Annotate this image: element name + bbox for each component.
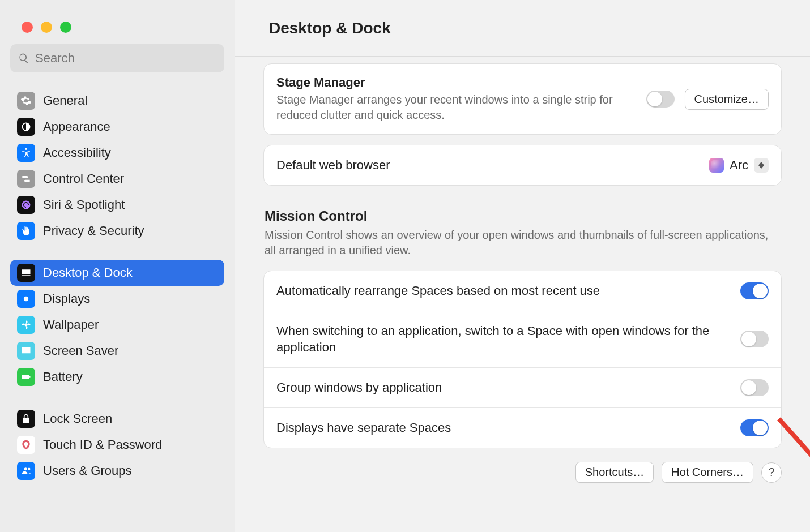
titlebar: Desktop & Dock	[235, 0, 810, 57]
sidebar-item-label: Control Center	[43, 171, 124, 186]
battery-icon	[17, 368, 35, 386]
search-input[interactable]	[35, 51, 216, 66]
bottom-buttons: Shortcuts… Hot Corners… ?	[263, 462, 782, 483]
setting-label: Group windows by application	[276, 379, 730, 396]
siri-icon	[17, 196, 35, 214]
arc-app-icon	[709, 158, 724, 173]
screensaver-icon	[17, 342, 35, 360]
sidebar-item-appearance[interactable]: Appearance	[10, 114, 224, 140]
mission-control-desc: Mission Control shows an overview of you…	[265, 228, 781, 258]
sidebar-item-label: Siri & Spotlight	[43, 198, 125, 212]
gear-icon	[17, 92, 35, 110]
zoom-window-button[interactable]	[60, 22, 71, 33]
sidebar-item-label: Users & Groups	[43, 464, 132, 478]
divider	[0, 83, 235, 83]
sidebar-item-battery[interactable]: Battery	[10, 364, 224, 390]
sidebar-item-label: Lock Screen	[43, 411, 112, 426]
sidebar-item-desktop-dock[interactable]: Desktop & Dock	[10, 260, 224, 286]
sidebar-item-privacy[interactable]: Privacy & Security	[10, 218, 224, 244]
sidebar-item-lockscreen[interactable]: Lock Screen	[10, 406, 224, 432]
shortcuts-button[interactable]: Shortcuts…	[575, 462, 654, 483]
hot-corners-button[interactable]: Hot Corners…	[662, 462, 753, 483]
page-title: Desktop & Dock	[269, 19, 391, 37]
accessibility-icon	[17, 144, 35, 162]
content: Stage Manager Stage Manager arranges you…	[235, 57, 810, 532]
appearance-icon	[17, 118, 35, 136]
default-browser-card: Default web browser Arc	[263, 145, 782, 186]
stage-manager-card: Stage Manager Stage Manager arranges you…	[263, 63, 782, 135]
dock-icon	[17, 264, 35, 282]
mission-control-card: Automatically rearrange Spaces based on …	[263, 271, 782, 448]
switches-icon	[17, 170, 35, 188]
sun-icon	[17, 290, 35, 308]
mission-control-row: When switching to an application, switch…	[264, 311, 781, 367]
setting-label: Automatically rearrange Spaces based on …	[276, 282, 730, 299]
lock-icon	[17, 410, 35, 428]
sidebar-item-label: Screen Saver	[43, 344, 118, 358]
default-browser-dropdown[interactable]: Arc	[709, 158, 769, 173]
search-icon	[18, 52, 29, 65]
hand-icon	[17, 222, 35, 240]
sidebar-item-label: Displays	[43, 291, 90, 306]
minimize-window-button[interactable]	[41, 22, 52, 33]
sidebar-item-screensaver[interactable]: Screen Saver	[10, 338, 224, 364]
setting-toggle[interactable]	[740, 419, 769, 436]
dropdown-stepper-icon[interactable]	[754, 158, 769, 173]
sidebar: GeneralAppearanceAccessibilityControl Ce…	[0, 0, 235, 532]
stage-manager-desc: Stage Manager arranges your recent windo…	[276, 92, 636, 123]
sidebar-item-label: Desktop & Dock	[43, 265, 133, 280]
sidebar-item-accessibility[interactable]: Accessibility	[10, 140, 224, 166]
svg-line-0	[779, 419, 810, 526]
mission-control-row: Displays have separate Spaces	[264, 407, 781, 448]
sidebar-item-label: Appearance	[43, 119, 110, 134]
sidebar-item-touchid[interactable]: Touch ID & Password	[10, 432, 224, 458]
setting-toggle[interactable]	[740, 379, 769, 396]
users-icon	[17, 462, 35, 480]
setting-toggle[interactable]	[740, 282, 769, 299]
help-button[interactable]: ?	[761, 462, 782, 483]
setting-label: Displays have separate Spaces	[276, 419, 730, 436]
flower-icon	[17, 316, 35, 334]
close-window-button[interactable]	[22, 22, 33, 33]
mission-control-row: Group windows by application	[264, 367, 781, 407]
stage-manager-title: Stage Manager	[276, 75, 636, 90]
sidebar-item-label: Accessibility	[43, 145, 111, 160]
setting-label: When switching to an application, switch…	[276, 323, 730, 356]
customize-button[interactable]: Customize…	[685, 89, 769, 110]
stage-manager-toggle[interactable]	[646, 91, 675, 108]
sidebar-item-siri[interactable]: Siri & Spotlight	[10, 192, 224, 218]
sidebar-item-control-center[interactable]: Control Center	[10, 166, 224, 192]
sidebar-item-general[interactable]: General	[10, 88, 224, 114]
sidebar-item-label: General	[43, 93, 87, 108]
sidebar-item-label: Battery	[43, 370, 83, 384]
default-browser-label: Default web browser	[276, 157, 699, 174]
fingerprint-icon	[17, 436, 35, 454]
sidebar-nav: GeneralAppearanceAccessibilityControl Ce…	[0, 88, 235, 500]
window-controls	[0, 0, 235, 44]
sidebar-item-displays[interactable]: Displays	[10, 286, 224, 312]
search-field[interactable]	[10, 44, 224, 72]
sidebar-item-label: Privacy & Security	[43, 224, 144, 238]
sidebar-item-wallpaper[interactable]: Wallpaper	[10, 312, 224, 338]
sidebar-item-users[interactable]: Users & Groups	[10, 458, 224, 484]
main-panel: Desktop & Dock Stage Manager Stage Manag…	[235, 0, 810, 532]
setting-toggle[interactable]	[740, 331, 769, 347]
sidebar-item-label: Touch ID & Password	[43, 437, 162, 452]
sidebar-item-label: Wallpaper	[43, 318, 99, 332]
mission-control-title: Mission Control	[265, 208, 781, 224]
default-browser-value: Arc	[730, 158, 748, 173]
mission-control-header: Mission Control Mission Control shows an…	[263, 186, 782, 264]
mission-control-row: Automatically rearrange Spaces based on …	[264, 271, 781, 311]
